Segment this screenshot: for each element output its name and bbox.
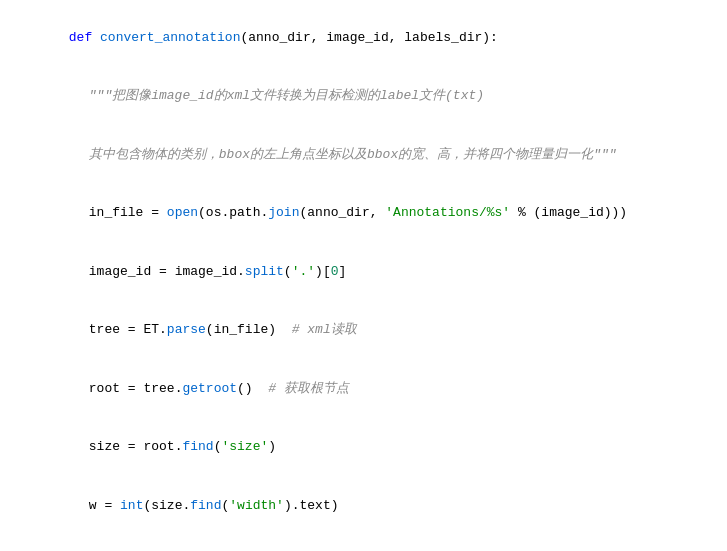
code-line-2: """把图像image_id的xml文件转换为目标检测的label文件(txt) (0, 67, 727, 126)
code-line-4: in_file = open(os.path.join(anno_dir, 'A… (0, 184, 727, 243)
code-editor: def convert_annotation(anno_dir, image_i… (0, 0, 727, 551)
func-name: convert_annotation (100, 30, 240, 45)
docstring-1: """把图像image_id的xml文件转换为目标检测的label文件(txt) (89, 88, 484, 103)
code-line-3: 其中包含物体的类别，bbox的左上角点坐标以及bbox的宽、高，并将四个物理量归… (0, 125, 727, 184)
line-content-9: w = int(size.find('width').text) (14, 476, 727, 535)
code-line-10: h = int(size.find('height').text) (0, 535, 727, 552)
line-content-5: image_id = image_id.split('.')[0] (14, 242, 727, 301)
line-content-3: 其中包含物体的类别，bbox的左上角点坐标以及bbox的宽、高，并将四个物理量归… (14, 125, 727, 184)
code-line-5: image_id = image_id.split('.')[0] (0, 242, 727, 301)
line-content-10: h = int(size.find('height').text) (14, 535, 727, 552)
line-content-7: root = tree.getroot() # 获取根节点 (14, 359, 727, 418)
code-line-8: size = root.find('size') (0, 418, 727, 477)
docstring-2: 其中包含物体的类别，bbox的左上角点坐标以及bbox的宽、高，并将四个物理量归… (89, 147, 617, 162)
code-line-7: root = tree.getroot() # 获取根节点 (0, 359, 727, 418)
line-content-2: """把图像image_id的xml文件转换为目标检测的label文件(txt) (14, 67, 727, 126)
line-content-1: def convert_annotation(anno_dir, image_i… (14, 8, 727, 67)
code-line-6: tree = ET.parse(in_file) # xml读取 (0, 301, 727, 360)
code-line-9: w = int(size.find('width').text) (0, 476, 727, 535)
line-content-6: tree = ET.parse(in_file) # xml读取 (14, 301, 727, 360)
line-content-4: in_file = open(os.path.join(anno_dir, 'A… (14, 184, 727, 243)
code-line-1: def convert_annotation(anno_dir, image_i… (0, 8, 727, 67)
line-content-8: size = root.find('size') (14, 418, 727, 477)
keyword-def: def (69, 30, 100, 45)
